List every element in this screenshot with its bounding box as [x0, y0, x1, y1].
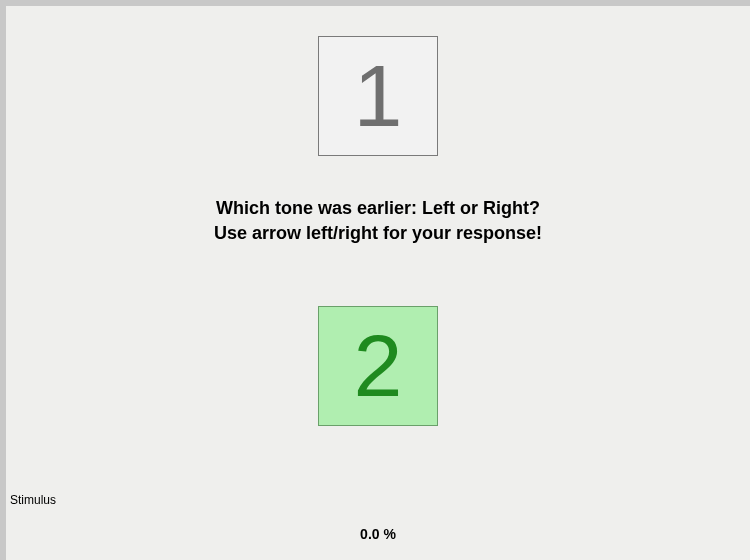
instruction-text: Which tone was earlier: Left or Right? U…: [6, 196, 750, 246]
section-label: Stimulus: [10, 493, 56, 507]
interval-2-tile[interactable]: 2: [318, 306, 438, 426]
experiment-window: 1 Which tone was earlier: Left or Right?…: [0, 0, 750, 560]
instruction-line-1: Which tone was earlier: Left or Right?: [6, 196, 750, 221]
content-area: 1 Which tone was earlier: Left or Right?…: [6, 6, 750, 560]
interval-1-label: 1: [354, 52, 403, 140]
interval-1-tile[interactable]: 1: [318, 36, 438, 156]
interval-2-label: 2: [354, 322, 403, 410]
progress-text: 0.0 %: [6, 526, 750, 542]
instruction-line-2: Use arrow left/right for your response!: [6, 221, 750, 246]
